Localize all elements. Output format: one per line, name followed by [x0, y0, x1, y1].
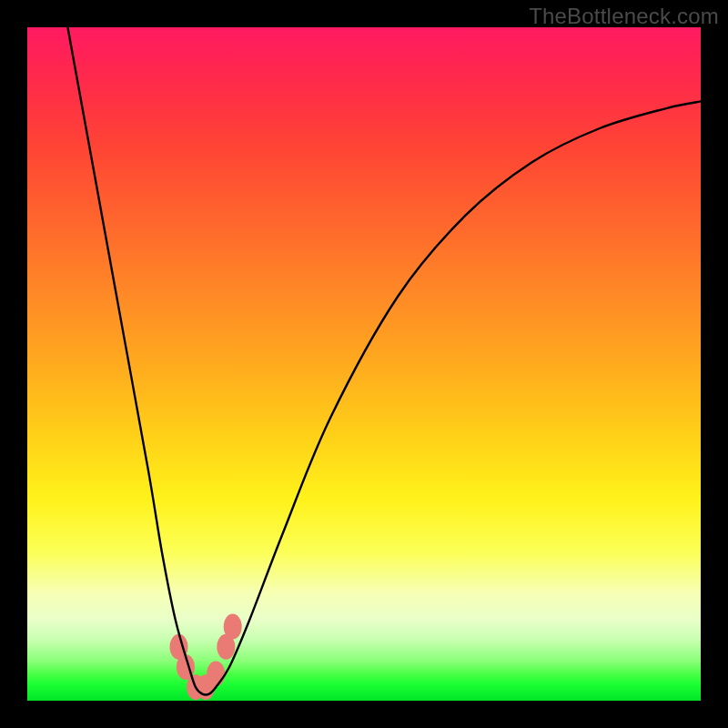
watermark-text: TheBottleneck.com: [529, 4, 719, 29]
bottleneck-curve: [67, 27, 701, 695]
salmon-marker: [207, 661, 225, 686]
curve-svg: [27, 27, 701, 701]
markers-group: [170, 614, 242, 701]
salmon-marker: [224, 614, 242, 640]
plot-area: [27, 27, 701, 701]
chart-frame: TheBottleneck.com: [0, 0, 728, 728]
